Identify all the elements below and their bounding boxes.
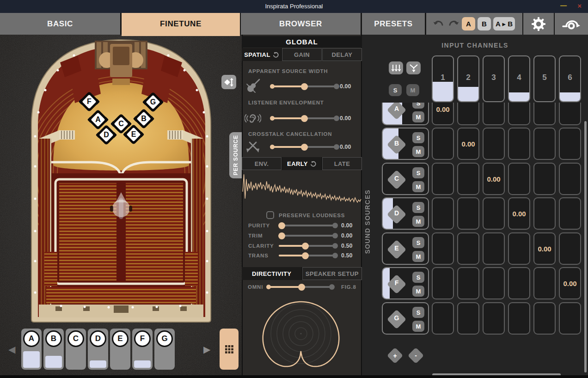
channel-header-4[interactable]: 4 xyxy=(508,55,530,102)
source-select-a[interactable]: A xyxy=(21,329,42,370)
response-tab-late[interactable]: LATE xyxy=(322,157,362,170)
row-solo-button[interactable]: S xyxy=(412,272,424,283)
row-solo-button[interactable]: S xyxy=(412,167,424,178)
titlebar[interactable]: Inspirata Professional — × xyxy=(0,0,588,13)
matrix-cell-d3[interactable] xyxy=(483,197,505,230)
apparent-source-width-handle[interactable] xyxy=(301,83,308,90)
channel-header-3[interactable]: 3 xyxy=(483,55,505,102)
offline-render-icon[interactable] xyxy=(562,17,581,31)
matrix-cell-e3[interactable] xyxy=(483,232,505,265)
source-row-c[interactable]: CSM xyxy=(382,163,429,195)
row-solo-button[interactable]: S xyxy=(412,202,424,213)
matrix-cell-g3[interactable] xyxy=(483,302,505,335)
merge-channels-icon[interactable] xyxy=(406,61,421,74)
matrix-cell-e2[interactable] xyxy=(457,232,479,265)
row-solo-button[interactable]: S xyxy=(412,307,424,318)
matrix-cell-b1[interactable] xyxy=(432,128,454,160)
row-solo-button[interactable]: S xyxy=(412,237,424,248)
reset-icon[interactable] xyxy=(310,161,317,167)
source-marker-d[interactable]: D xyxy=(96,125,116,145)
matrix-view-button[interactable] xyxy=(220,329,239,370)
matrix-cell-f1[interactable] xyxy=(432,267,454,299)
source-row-e[interactable]: ESM xyxy=(382,232,429,265)
source-select-b[interactable]: B xyxy=(43,329,64,370)
clarity-handle[interactable] xyxy=(302,243,309,250)
global-tab-gain[interactable]: GAIN xyxy=(282,48,322,61)
matrix-cell-c3[interactable]: 0.00 xyxy=(483,163,505,195)
matrix-cell-b6[interactable] xyxy=(559,128,581,160)
scroll-sources-left-icon[interactable]: ◀ xyxy=(8,344,15,355)
matrix-cell-b2[interactable]: 0.00 xyxy=(457,128,479,160)
source-row-d[interactable]: DSM xyxy=(382,197,429,230)
matrix-cell-c2[interactable] xyxy=(457,163,479,195)
minimize-button[interactable]: — xyxy=(560,2,567,9)
row-solo-button[interactable]: S xyxy=(412,132,424,143)
matrix-cell-e5[interactable]: 0.00 xyxy=(533,232,556,265)
matrix-cell-a6[interactable] xyxy=(559,103,581,125)
undo-icon[interactable] xyxy=(433,19,444,28)
matrix-cell-f2[interactable] xyxy=(457,267,479,299)
matrix-cell-a3[interactable] xyxy=(483,103,505,125)
purity-track[interactable] xyxy=(279,225,335,226)
nav-tab-browser[interactable]: BROWSER xyxy=(241,13,361,35)
matrix-cell-c5[interactable] xyxy=(533,163,556,195)
response-tab-env-[interactable]: ENV. xyxy=(242,157,282,170)
directivity-handle[interactable] xyxy=(298,284,305,291)
matrix-cell-e1[interactable] xyxy=(432,232,454,265)
matrix-cell-a1[interactable]: 0.00 xyxy=(432,103,454,125)
source-row-g[interactable]: GSM xyxy=(382,302,429,335)
channel-header-1[interactable]: 1 xyxy=(432,55,454,102)
trim-handle[interactable] xyxy=(278,232,285,239)
nav-tab-finetune[interactable]: FINETUNE xyxy=(122,13,240,35)
global-tab-delay[interactable]: DELAY xyxy=(322,48,362,61)
matrix-cell-e4[interactable] xyxy=(508,232,530,265)
matrix-cell-d6[interactable] xyxy=(559,197,581,230)
matrix-cell-c1[interactable] xyxy=(432,163,454,195)
row-mute-button[interactable]: M xyxy=(412,181,424,192)
matrix-cell-f5[interactable] xyxy=(533,267,556,299)
matrix-vertical-scrollbar[interactable] xyxy=(584,121,587,372)
source-select-f[interactable]: F xyxy=(132,329,153,370)
matrix-cell-d5[interactable] xyxy=(533,197,556,230)
row-mute-button[interactable]: M xyxy=(412,321,424,332)
directivity-tab-speaker-setup[interactable]: SPEAKER SETUP xyxy=(302,267,362,280)
global-tab-spatial[interactable]: SPATIAL xyxy=(242,48,282,61)
source-layout-button[interactable] xyxy=(221,75,236,89)
source-marker-e[interactable]: E xyxy=(123,124,144,145)
trim-track[interactable] xyxy=(279,235,335,237)
matrix-cell-a5[interactable] xyxy=(533,103,556,125)
matrix-cell-a2[interactable] xyxy=(457,103,479,125)
source-row-a[interactable]: ASM xyxy=(382,103,429,125)
listener-icon[interactable] xyxy=(110,192,132,219)
matrix-cell-f6[interactable]: 0.00 xyxy=(559,267,581,299)
source-row-f[interactable]: FSM xyxy=(382,267,429,299)
matrix-cell-g6[interactable] xyxy=(559,302,581,335)
matrix-cell-b3[interactable] xyxy=(483,128,505,160)
close-button[interactable]: × xyxy=(577,2,582,10)
matrix-cell-g1[interactable] xyxy=(432,302,454,335)
redo-icon[interactable] xyxy=(448,19,459,28)
crosstalk-cancellation-handle[interactable] xyxy=(301,144,308,151)
matrix-cell-g4[interactable] xyxy=(508,302,530,335)
snapshot-copy-a-to-b-button[interactable]: A ▸ B xyxy=(493,17,515,30)
source-select-d[interactable]: D xyxy=(88,329,108,370)
channel-header-6[interactable]: 6 xyxy=(559,55,581,102)
global-solo-button[interactable]: S xyxy=(389,84,402,96)
reset-icon[interactable] xyxy=(273,52,279,58)
row-mute-button[interactable]: M xyxy=(412,146,424,157)
per-source-tab[interactable]: PER SOURCE xyxy=(229,132,242,178)
purity-handle[interactable] xyxy=(278,222,285,229)
preserve-loudness-checkbox[interactable] xyxy=(266,211,274,219)
row-mute-button[interactable]: M xyxy=(412,286,424,297)
global-mute-button[interactable]: M xyxy=(406,84,419,96)
matrix-cell-c4[interactable] xyxy=(508,163,530,195)
channel-header-2[interactable]: 2 xyxy=(457,55,479,102)
trans-handle[interactable] xyxy=(302,252,309,259)
matrix-cell-f4[interactable] xyxy=(508,267,530,299)
matrix-cell-b5[interactable] xyxy=(533,128,556,160)
row-mute-button[interactable]: M xyxy=(412,111,424,122)
snapshot-b-button[interactable]: B xyxy=(478,17,491,30)
row-mute-button[interactable]: M xyxy=(412,216,424,227)
matrix-cell-d1[interactable] xyxy=(432,197,454,230)
source-select-e[interactable]: E xyxy=(110,329,130,370)
